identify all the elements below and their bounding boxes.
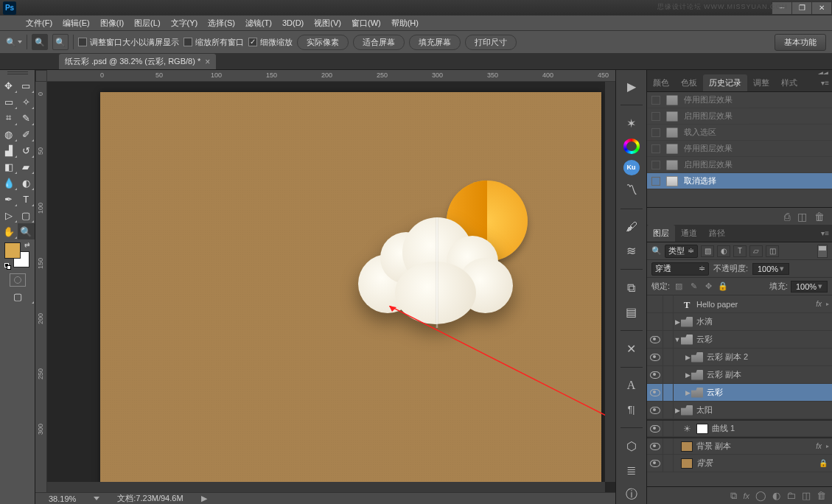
layer-fx-button[interactable]: fx [743, 490, 749, 501]
layer-row[interactable]: THello paperfx▸ [647, 295, 832, 313]
filter-shape-icon[interactable]: ▱ [749, 245, 763, 257]
layer-row[interactable]: 背景 副本fx▸ [647, 437, 832, 455]
tab-color[interactable]: 颜色 [647, 74, 675, 91]
menu-view[interactable]: 视图(V) [309, 16, 346, 30]
menu-filter[interactable]: 滤镜(T) [240, 16, 277, 30]
tab-swatches[interactable]: 色板 [675, 74, 703, 91]
paragraph-panel-icon[interactable]: ¶| [621, 401, 642, 419]
visibility-toggle[interactable] [647, 438, 663, 454]
document-tab[interactable]: 纸云彩 .psd @ 38.2% (云彩, RGB/8) * × [59, 54, 216, 69]
menu-layer[interactable]: 图层(L) [129, 16, 165, 30]
opacity-input[interactable]: 100%▾ [752, 263, 789, 275]
layer-mask-button[interactable]: ◯ [755, 490, 766, 501]
zoom-tool[interactable]: 🔍 [18, 223, 35, 239]
visibility-toggle[interactable] [647, 366, 663, 383]
layer-row[interactable]: ▶云彩 副本 2 [647, 349, 832, 366]
menu-type[interactable]: 文字(Y) [166, 16, 203, 30]
panel-menu-icon[interactable]: ▾≡ [821, 229, 829, 237]
history-item[interactable]: 启用图层效果 [647, 108, 832, 125]
artboard-tool[interactable]: ▭ [18, 77, 35, 94]
3d-panel-icon[interactable]: ⬡ [621, 437, 642, 455]
visibility-toggle[interactable] [647, 421, 663, 436]
menu-help[interactable]: 帮助(H) [386, 16, 424, 30]
menu-select[interactable]: 选择(S) [203, 16, 240, 30]
tab-channels[interactable]: 通道 [675, 225, 703, 242]
marquee-tool[interactable]: ▭ [0, 94, 18, 110]
dodge-tool[interactable]: ◐ [18, 175, 35, 191]
layer-row[interactable]: 背景🔒 [647, 455, 832, 472]
actual-pixels-button[interactable]: 实际像素 [297, 35, 349, 50]
path-selection-tool[interactable]: ▷ [0, 207, 18, 223]
history-item[interactable]: 停用图层效果 [647, 92, 832, 108]
vertical-ruler[interactable]: 050100150200250300 [35, 82, 47, 492]
character-panel-icon[interactable]: A [621, 377, 642, 395]
scrubby-zoom-checkbox[interactable]: 细微缩放 [248, 37, 293, 48]
print-size-button[interactable]: 打印尺寸 [465, 35, 517, 50]
tab-paths[interactable]: 路径 [703, 225, 731, 242]
move-tool[interactable]: ✥ [0, 77, 18, 94]
document-size-display[interactable]: 文档:7.23M/94.6M [117, 493, 183, 504]
resize-window-checkbox[interactable]: 调整窗口大小以满屏显示 [78, 37, 179, 48]
layers-panel-icon[interactable]: ≣ [621, 461, 642, 480]
clone-stamp-tool[interactable]: ▟ [0, 142, 18, 158]
layer-row[interactable]: ▶太阳 [647, 402, 832, 419]
document-close-button[interactable]: × [205, 57, 210, 67]
vertical-scrollbar[interactable] [605, 82, 615, 482]
tab-history[interactable]: 历史记录 [703, 74, 747, 91]
visibility-toggle[interactable] [647, 295, 663, 312]
lock-position-button[interactable]: ✥ [702, 281, 714, 293]
filter-toggle-switch[interactable] [817, 245, 828, 258]
zoom-out-button[interactable]: 🔍 [52, 34, 69, 50]
tool-presets-icon[interactable]: ✕ [621, 340, 642, 358]
crop-tool[interactable]: ⌗ [0, 110, 18, 126]
brush-settings-icon[interactable]: ≋ [621, 242, 642, 260]
visibility-toggle[interactable] [647, 313, 663, 330]
search-icon[interactable]: 🔍 [651, 246, 662, 256]
delete-layer-button[interactable]: 🗑 [817, 490, 826, 501]
brush-panel-icon[interactable]: 🖌 [621, 218, 642, 237]
blur-tool[interactable]: 💧 [0, 175, 18, 191]
history-brush-tool[interactable]: ↺ [18, 142, 35, 158]
menu-edit[interactable]: 编辑(E) [57, 16, 95, 30]
color-wheel-icon[interactable] [623, 139, 640, 154]
panel-menu-icon[interactable]: ▾≡ [821, 79, 829, 87]
status-arrow-icon[interactable]: ▶ [201, 494, 207, 503]
document-canvas[interactable] [100, 92, 601, 504]
align-icon[interactable]: ▤ [621, 303, 642, 321]
compass-icon[interactable]: ✶ [621, 114, 642, 133]
window-close-button[interactable]: ✕ [811, 1, 832, 15]
play-icon[interactable]: ▶ [621, 77, 642, 96]
horizontal-scrollbar[interactable] [47, 482, 605, 492]
hand-tool[interactable]: ✋ [0, 223, 18, 239]
layer-row[interactable]: ▶云彩 副本 [647, 366, 832, 384]
blend-mode-dropdown[interactable]: 穿透≑ [651, 262, 709, 276]
window-maximize-button[interactable]: ❐ [791, 1, 812, 15]
magic-wand-tool[interactable]: ✧ [18, 94, 35, 110]
visibility-toggle[interactable] [647, 455, 663, 472]
visibility-toggle[interactable] [647, 384, 663, 401]
link-layers-button[interactable]: ⧉ [730, 490, 737, 502]
shape-tool[interactable]: ▢ [18, 207, 35, 223]
horizontal-ruler[interactable]: 050100150200250300350400450 [47, 70, 615, 82]
fill-input[interactable]: 100%▾ [791, 281, 828, 293]
history-item[interactable]: 取消选择 [647, 173, 832, 189]
type-tool[interactable]: T [18, 191, 35, 207]
lock-transparency-button[interactable]: ▨ [673, 281, 685, 293]
history-item[interactable]: 停用图层效果 [647, 141, 832, 157]
menu-3d[interactable]: 3D(D) [277, 17, 309, 29]
ruler-origin[interactable] [35, 70, 47, 82]
history-item[interactable]: 载入选区 [647, 125, 832, 141]
history-item[interactable]: 启用图层效果 [647, 157, 832, 173]
fit-screen-button[interactable]: 适合屏幕 [353, 35, 405, 50]
fill-screen-button[interactable]: 填充屏幕 [409, 35, 461, 50]
gradient-tool[interactable]: ▰ [18, 158, 35, 175]
filter-type-dropdown[interactable]: 类型≑ [665, 245, 698, 258]
layer-row[interactable]: ▶水滴 [647, 313, 832, 331]
menu-file[interactable]: 文件(F) [21, 16, 57, 30]
layer-row[interactable]: ☀曲线 1 [647, 419, 832, 437]
history-delete-button[interactable]: 🗑 [814, 211, 825, 223]
adjustment-layer-button[interactable]: ◐ [772, 490, 780, 501]
screen-mode-button[interactable]: ▢ [0, 288, 35, 304]
kuler-icon[interactable]: Ku [623, 160, 640, 175]
layer-row[interactable]: ▶云彩 [647, 384, 832, 402]
